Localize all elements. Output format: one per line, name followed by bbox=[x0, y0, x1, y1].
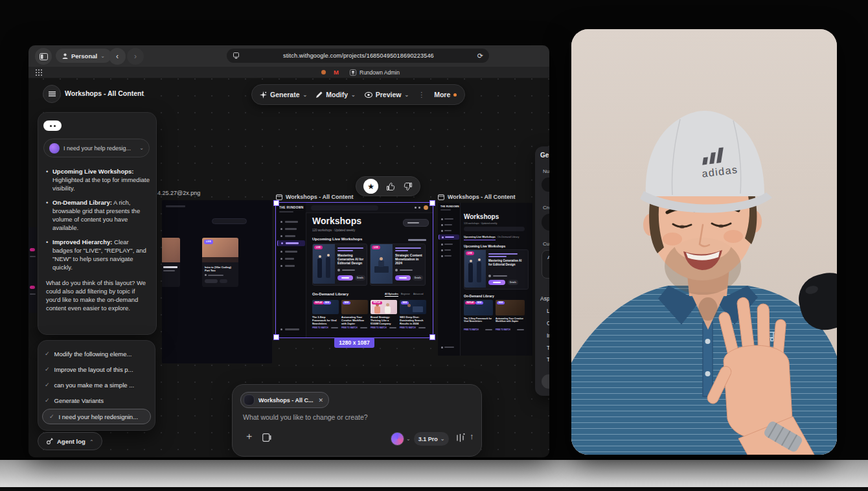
more-menu[interactable]: More bbox=[434, 91, 457, 98]
props-label-create: Crea bbox=[543, 205, 549, 211]
live-badge: LIVE bbox=[204, 240, 213, 244]
frame-title[interactable]: Workshops - All Content bbox=[276, 194, 354, 200]
props-item[interactable]: Lay bbox=[547, 308, 549, 314]
history-panel: ✓Modify the following eleme... ✓Improve … bbox=[38, 340, 155, 431]
tune-icon[interactable] bbox=[455, 433, 465, 442]
composer-placeholder[interactable]: What would you like to change or create? bbox=[243, 413, 368, 421]
details-button: Details bbox=[355, 275, 365, 280]
props-number-field[interactable] bbox=[542, 177, 549, 192]
history-item-active[interactable]: ✓I need your help redesignin... bbox=[42, 409, 151, 424]
design-live-section: Upcoming Live Workshops bbox=[312, 237, 362, 241]
design-search bbox=[464, 227, 525, 231]
new-badge: NEW bbox=[343, 301, 350, 304]
sidebar-toggle-button[interactable] bbox=[35, 48, 52, 65]
selected-frame[interactable]: THE RUNDOWN bbox=[276, 203, 433, 337]
od-card: REPLAY NEW The 3-Step Framework for Vira… bbox=[312, 300, 339, 331]
kebab-icon: ⋮ bbox=[418, 91, 425, 99]
frame-title[interactable]: Workshops - All Content bbox=[438, 194, 516, 200]
od-card-meta: FREE TO WATCH bbox=[496, 328, 510, 331]
design-h1: Workshops bbox=[464, 213, 499, 220]
props-create-button[interactable]: R bbox=[542, 214, 549, 231]
props-custom-input[interactable]: Ad bbox=[542, 250, 549, 279]
model-avatar-selector[interactable]: ⌄ bbox=[391, 432, 411, 446]
add-icon[interactable]: ＋ bbox=[244, 430, 254, 442]
history-item[interactable]: ✓Improve the layout of this p... bbox=[38, 361, 155, 377]
bookmark-rundown-admin[interactable]: Rundown Admin bbox=[346, 68, 404, 76]
check-icon: ✓ bbox=[45, 366, 50, 372]
menu-button[interactable] bbox=[43, 85, 61, 103]
star-button[interactable]: ★ bbox=[363, 179, 378, 194]
send-icon[interactable]: ↑ bbox=[470, 431, 474, 441]
agent-log-icon bbox=[46, 438, 53, 445]
rsvp-button bbox=[337, 275, 353, 280]
close-icon[interactable]: ✕ bbox=[319, 397, 324, 404]
agent-log-button[interactable]: Agent log ⌄ bbox=[38, 432, 102, 450]
props-item[interactable]: Ima bbox=[547, 332, 549, 339]
back-button[interactable]: ‹ bbox=[109, 48, 126, 65]
check-icon: ✓ bbox=[45, 350, 50, 357]
history-item[interactable]: ✓can you make me a simple ... bbox=[38, 377, 155, 393]
modify-menu[interactable]: Modify⌄ bbox=[316, 91, 356, 98]
od-card-title: SEO Deep Dive: Dominating Search Results… bbox=[400, 316, 426, 325]
context-chip[interactable]: Workshops - All C... ✕ bbox=[240, 392, 329, 408]
desktop-strip bbox=[0, 460, 868, 487]
variant-frame[interactable]: THE RUNDOWN Workshops 120 workshops · Up… bbox=[438, 203, 532, 356]
prompt-avatar bbox=[49, 143, 60, 154]
design-tab: Upcoming Live Workshops bbox=[464, 236, 496, 240]
resize-handle[interactable] bbox=[273, 200, 279, 206]
forward-button[interactable]: › bbox=[127, 48, 144, 65]
new-badge: NEW bbox=[497, 301, 505, 304]
props-item[interactable]: Col bbox=[547, 320, 549, 326]
design-sidebar: THE RUNDOWN bbox=[276, 203, 306, 337]
chevron-down-icon: ⌄ bbox=[139, 145, 144, 151]
resize-handle[interactable] bbox=[273, 334, 279, 340]
frame-label[interactable]: 4.25.27@2x.png bbox=[157, 190, 200, 196]
live-card-title: Mastering Generative AI for Editorial De… bbox=[337, 253, 365, 265]
od-card: NEW Automating Your Creative Workflow wi… bbox=[341, 300, 368, 331]
design-nav-active bbox=[277, 240, 305, 246]
od-card-meta: FREE TO WATCH bbox=[464, 328, 479, 331]
bookmark-favicon-1[interactable] bbox=[321, 70, 326, 74]
insert-frame-icon[interactable] bbox=[262, 433, 271, 442]
refresh-icon[interactable]: ⟳ bbox=[477, 52, 483, 60]
history-item[interactable]: ✓Modify the following eleme... bbox=[38, 346, 155, 361]
thumbs-up-icon[interactable] bbox=[386, 182, 395, 191]
browser-window: Personal ⌄ ‹ › stitch.withgoogle.com/pro… bbox=[29, 45, 549, 457]
replay-badge: REPLAY bbox=[465, 301, 475, 304]
check-icon: ✓ bbox=[45, 397, 50, 404]
history-item[interactable]: ✓Generate Variants bbox=[38, 393, 155, 408]
props-item[interactable]: Tex bbox=[547, 356, 549, 363]
design-brand: THE RUNDOWN bbox=[440, 205, 459, 208]
model-label: 3.1 Pro bbox=[418, 436, 438, 442]
model-selector[interactable]: 3.1 Pro ⌄ bbox=[414, 432, 449, 446]
od-card-title: Brand Strategy: Thriving Like a $100M Co… bbox=[371, 316, 397, 325]
modify-label: Modify bbox=[326, 91, 348, 98]
main-toolbar: Generate⌄ Modify⌄ Preview⌄ ⋮ bbox=[251, 84, 465, 105]
props-bottom-button[interactable] bbox=[542, 374, 549, 389]
prompt-dropdown[interactable]: I need your help redesig... ⌄ bbox=[43, 139, 150, 157]
context-chip-thumbnail bbox=[244, 394, 255, 405]
frame-png-mock[interactable]: LIVE Intro to (Vibe Coding) Part Two bbox=[162, 200, 272, 363]
design-brand: THE RUNDOWN bbox=[279, 206, 304, 209]
props-item[interactable]: Tex bbox=[547, 345, 549, 351]
thumbs-down-icon[interactable] bbox=[404, 182, 413, 191]
design-ondemand-section: On-Demand Library bbox=[312, 292, 348, 296]
profile-switcher[interactable]: Personal ⌄ bbox=[56, 49, 111, 63]
resize-handle[interactable] bbox=[429, 200, 435, 206]
address-bar[interactable]: stitch.withgoogle.com/projects/168504950… bbox=[227, 49, 489, 63]
gmail-favicon[interactable]: M bbox=[334, 69, 339, 76]
generate-menu[interactable]: Generate⌄ bbox=[260, 91, 307, 98]
live-card-title: Strategic Content Monetization in 2024 bbox=[395, 253, 422, 265]
od-card: NEW Automating Your Creative Workflow wi… bbox=[496, 300, 525, 335]
od-card-meta: FREE TO WATCH bbox=[341, 326, 358, 329]
typing-indicator[interactable] bbox=[43, 120, 62, 131]
rsvp-button bbox=[395, 275, 411, 280]
more-label: More bbox=[434, 91, 450, 98]
preview-menu[interactable]: Preview⌄ bbox=[365, 91, 409, 98]
feedback-toolbar: ★ bbox=[356, 176, 420, 196]
od-card-title: The 3-Step Framework for Viral Newslette… bbox=[464, 317, 493, 323]
od-card: NEW SEO Deep Dive: Dominating Search Res… bbox=[400, 300, 426, 331]
details-button: Details bbox=[413, 275, 423, 280]
resize-handle[interactable] bbox=[429, 334, 435, 340]
apps-grid-icon[interactable] bbox=[36, 69, 42, 76]
